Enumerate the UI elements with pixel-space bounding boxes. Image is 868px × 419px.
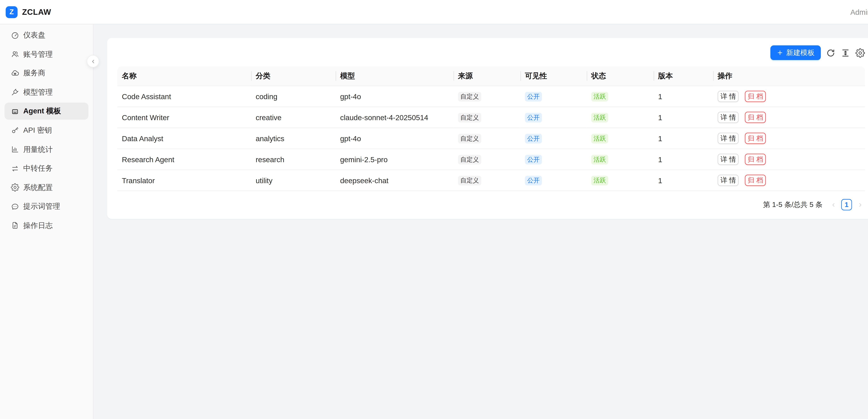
visibility-badge: 公开 xyxy=(525,133,542,143)
pagination: 第 1-5 条/总共 5 条 1 xyxy=(117,199,865,211)
column-header-version: 版本 xyxy=(654,66,713,86)
cell-source: 自定义 xyxy=(454,86,520,107)
app-header: Z ZCLAW Admin xyxy=(0,0,868,24)
column-header-visibility: 可见性 xyxy=(521,66,587,86)
sidebar-item-system-config[interactable]: 系统配置 xyxy=(4,179,88,196)
table-toolbar: 新建模板 xyxy=(117,45,865,60)
cell-category: utility xyxy=(251,170,336,191)
detail-button[interactable]: 详 情 xyxy=(718,154,739,165)
density-button[interactable] xyxy=(841,48,850,58)
cell-category: analytics xyxy=(251,128,336,149)
column-header-actions: 操作 xyxy=(713,66,865,86)
chevron-left-icon xyxy=(90,58,96,64)
sidebar-item-accounts[interactable]: 账号管理 xyxy=(4,46,88,63)
reload-icon xyxy=(826,48,836,58)
plug-icon xyxy=(11,88,19,96)
visibility-badge: 公开 xyxy=(525,91,542,101)
archive-button[interactable]: 归 档 xyxy=(745,154,766,165)
cell-source: 自定义 xyxy=(454,149,520,170)
cell-version: 1 xyxy=(654,86,713,107)
cell-actions: 详 情 归 档 xyxy=(713,149,865,170)
table-body: Code Assistant coding gpt-4o 自定义 公开 活跃 1… xyxy=(117,86,865,191)
cell-category: creative xyxy=(251,107,336,128)
content-card: 新建模板 xyxy=(107,38,868,219)
new-template-label: 新建模板 xyxy=(786,48,814,58)
cell-status: 活跃 xyxy=(587,86,654,107)
users-icon xyxy=(11,50,19,59)
visibility-badge: 公开 xyxy=(525,113,542,122)
pagination-page-1[interactable]: 1 xyxy=(841,199,852,210)
sidebar-item-api-keys[interactable]: API 密钥 xyxy=(4,122,88,139)
sidebar-item-operation-logs[interactable]: 操作日志 xyxy=(4,217,88,234)
archive-button[interactable]: 归 档 xyxy=(745,175,766,186)
source-badge: 自定义 xyxy=(458,133,481,143)
cell-status: 活跃 xyxy=(587,128,654,149)
bar-chart-icon xyxy=(11,145,19,154)
archive-button[interactable]: 归 档 xyxy=(745,133,766,144)
setting-gear-icon xyxy=(855,48,865,58)
status-badge: 活跃 xyxy=(591,113,608,122)
status-badge: 活跃 xyxy=(591,91,608,101)
cell-model: deepseek-chat xyxy=(336,170,454,191)
cell-status: 活跃 xyxy=(587,149,654,170)
column-header-status: 状态 xyxy=(587,66,654,86)
sidebar-item-usage-stats[interactable]: 用量统计 xyxy=(4,141,88,158)
refresh-button[interactable] xyxy=(826,48,836,58)
cell-version: 1 xyxy=(654,107,713,128)
status-badge: 活跃 xyxy=(591,176,608,185)
cell-visibility: 公开 xyxy=(521,128,587,149)
cell-name: Content Writer xyxy=(117,107,251,128)
detail-button[interactable]: 详 情 xyxy=(718,91,739,102)
cell-category: coding xyxy=(251,86,336,107)
sidebar-collapse-button[interactable] xyxy=(87,55,99,67)
user-menu[interactable]: Admin xyxy=(850,8,868,16)
cell-version: 1 xyxy=(654,149,713,170)
source-badge: 自定义 xyxy=(458,91,481,101)
templates-table: 名称 分类 模型 来源 可见性 状态 版本 操作 Code Assistant … xyxy=(117,66,865,191)
sidebar-item-prompts[interactable]: 提示词管理 xyxy=(4,198,88,215)
detail-button[interactable]: 详 情 xyxy=(718,175,739,186)
sidebar-item-agent-templates[interactable]: Agent 模板 xyxy=(4,103,88,120)
main-content: 新建模板 xyxy=(94,24,868,419)
status-badge: 活跃 xyxy=(591,133,608,143)
table-row: Translator utility deepseek-chat 自定义 公开 … xyxy=(117,170,865,191)
cell-visibility: 公开 xyxy=(521,149,587,170)
gear-icon xyxy=(11,183,19,192)
plus-icon xyxy=(776,49,783,56)
source-badge: 自定义 xyxy=(458,154,481,164)
cell-visibility: 公开 xyxy=(521,107,587,128)
new-template-button[interactable]: 新建模板 xyxy=(770,45,821,60)
cell-version: 1 xyxy=(654,128,713,149)
cell-name: Code Assistant xyxy=(117,86,251,107)
detail-button[interactable]: 详 情 xyxy=(718,112,739,123)
brand-name: ZCLAW xyxy=(22,7,51,16)
chevron-left-icon xyxy=(830,202,836,208)
chat-icon xyxy=(11,202,19,211)
file-icon xyxy=(11,221,19,230)
archive-button[interactable]: 归 档 xyxy=(745,91,766,102)
visibility-badge: 公开 xyxy=(525,176,542,185)
column-settings-button[interactable] xyxy=(855,48,865,58)
body-layout: 仪表盘 账号管理 服务商 模型管理 Agent 模板 API 密钥 用量统计 中… xyxy=(0,24,868,419)
cell-actions: 详 情 归 档 xyxy=(713,107,865,128)
pagination-next-button[interactable] xyxy=(855,199,865,210)
brand[interactable]: Z ZCLAW xyxy=(6,6,51,18)
archive-button[interactable]: 归 档 xyxy=(745,112,766,123)
sidebar-item-relay-tasks[interactable]: 中转任务 xyxy=(4,160,88,177)
sidebar-item-dashboard[interactable]: 仪表盘 xyxy=(4,27,88,43)
cell-source: 自定义 xyxy=(454,128,520,149)
sidebar-nav: 仪表盘 账号管理 服务商 模型管理 Agent 模板 API 密钥 用量统计 中… xyxy=(0,27,93,234)
detail-button[interactable]: 详 情 xyxy=(718,133,739,144)
visibility-badge: 公开 xyxy=(525,154,542,164)
cell-name: Translator xyxy=(117,170,251,191)
table-header-row: 名称 分类 模型 来源 可见性 状态 版本 操作 xyxy=(117,66,865,86)
sidebar-item-providers[interactable]: 服务商 xyxy=(4,65,88,82)
cell-status: 活跃 xyxy=(587,170,654,191)
cell-actions: 详 情 归 档 xyxy=(713,128,865,149)
sidebar-item-models[interactable]: 模型管理 xyxy=(4,84,88,101)
cell-name: Research Agent xyxy=(117,149,251,170)
pagination-prev-button[interactable] xyxy=(828,199,838,210)
status-badge: 活跃 xyxy=(591,154,608,164)
cloud-server-icon xyxy=(11,69,19,78)
swap-icon xyxy=(11,164,19,173)
